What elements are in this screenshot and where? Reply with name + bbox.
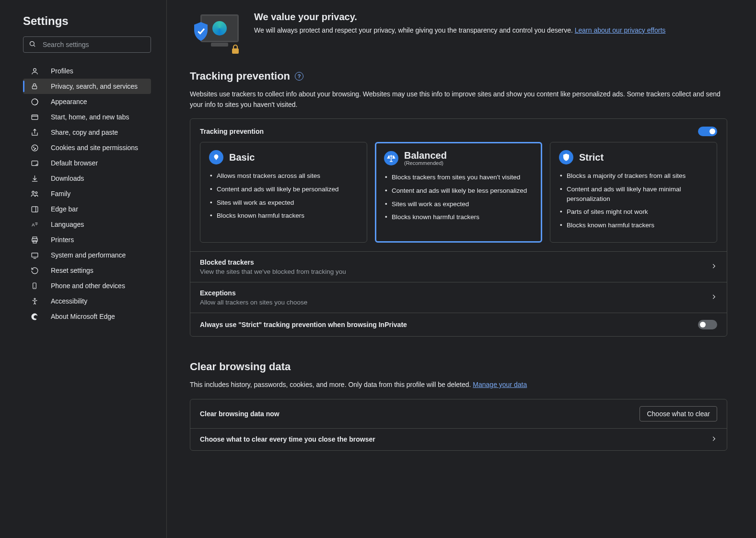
reset-icon — [30, 267, 39, 275]
row-title: Always use "Strict" tracking prevention … — [200, 321, 407, 328]
privacy-hero-graphic — [190, 14, 243, 53]
svg-rect-29 — [232, 48, 239, 54]
tracking-option-basic[interactable]: Basic Allows most trackers across all si… — [200, 142, 367, 243]
edge-icon — [30, 313, 39, 321]
search-input[interactable] — [23, 36, 151, 53]
option-bullet: Content and ads will likely be personali… — [209, 185, 358, 194]
sidebar-item-label: Appearance — [51, 98, 87, 105]
svg-rect-17 — [32, 206, 38, 211]
strict-icon — [559, 150, 573, 164]
svg-point-13 — [36, 164, 37, 165]
option-subtitle: (Recommended) — [404, 160, 447, 166]
sidebar-item-reset[interactable]: Reset settings — [23, 263, 151, 278]
tracking-option-balanced[interactable]: Balanced (Recommended) Blocks trackers f… — [375, 142, 542, 243]
sidebar-item-languages[interactable]: A字 Languages — [23, 217, 151, 232]
exceptions-row[interactable]: Exceptions Allow all trackers on sites y… — [190, 282, 727, 313]
option-bullet: Sites will work as expected — [209, 198, 358, 208]
svg-rect-5 — [32, 115, 38, 119]
sidebar-item-default-browser[interactable]: Default browser — [23, 155, 151, 171]
sidebar-item-about[interactable]: About Microsoft Edge — [23, 309, 151, 324]
sidebar-item-system[interactable]: System and performance — [23, 247, 151, 263]
settings-nav: Profiles Privacy, search, and services A… — [0, 63, 166, 324]
option-bullet: Content and ads will likely have minimal… — [559, 185, 708, 203]
option-bullet: Content and ads will likely be less pers… — [384, 186, 533, 196]
svg-point-8 — [32, 145, 38, 151]
sidebar-item-label: System and performance — [51, 251, 126, 259]
blocked-trackers-row[interactable]: Blocked trackers View the sites that we'… — [190, 251, 727, 282]
sidebar-item-label: Family — [51, 190, 70, 198]
basic-icon — [209, 150, 223, 164]
option-bullet: Blocks known harmful trackers — [209, 211, 358, 221]
tracking-toggle[interactable] — [698, 127, 717, 136]
svg-rect-24 — [32, 253, 38, 257]
sidebar-item-family[interactable]: Family — [23, 186, 151, 201]
sidebar-item-phone[interactable]: Phone and other devices — [23, 278, 151, 293]
sidebar-item-privacy[interactable]: Privacy, search, and services — [23, 79, 151, 94]
row-title: Choose what to clear every time you clos… — [200, 435, 375, 443]
clear-now-row: Clear browsing data now Choose what to c… — [190, 399, 727, 428]
option-title: Basic — [229, 152, 255, 163]
family-icon — [30, 189, 39, 198]
settings-title: Settings — [23, 14, 166, 28]
svg-point-16 — [35, 192, 37, 194]
option-bullet: Blocks a majority of trackers from all s… — [559, 171, 708, 181]
sidebar-item-downloads[interactable]: Downloads — [23, 171, 151, 186]
edge-bar-icon — [30, 205, 39, 213]
sidebar-item-edge-bar[interactable]: Edge bar — [23, 201, 151, 217]
svg-line-1 — [34, 45, 35, 47]
browser-icon — [30, 159, 39, 167]
sidebar-item-label: Share, copy and paste — [51, 129, 118, 136]
sidebar-item-label: Phone and other devices — [51, 282, 125, 290]
strict-inprivate-row: Always use "Strict" tracking prevention … — [190, 313, 727, 336]
strict-inprivate-toggle[interactable] — [698, 320, 717, 329]
svg-point-9 — [33, 147, 34, 147]
sidebar-item-printers[interactable]: Printers — [23, 232, 151, 247]
sidebar-item-accessibility[interactable]: Accessibility — [23, 293, 151, 309]
sidebar-item-label: Profiles — [51, 67, 73, 75]
hero-title: We value your privacy. — [254, 12, 665, 23]
appearance-icon — [30, 98, 39, 106]
manage-data-link[interactable]: Manage your data — [473, 381, 527, 388]
help-icon[interactable]: ? — [295, 72, 303, 81]
row-subtitle: Allow all trackers on sites you choose — [200, 299, 710, 306]
chevron-right-icon — [710, 263, 717, 271]
clear-desc: This includes history, passwords, cookie… — [190, 380, 727, 390]
option-bullet: Allows most trackers across all sites — [209, 171, 358, 181]
profile-icon — [30, 67, 39, 75]
sidebar-item-appearance[interactable]: Appearance — [23, 94, 151, 109]
clear-browsing-title: Clear browsing data — [190, 361, 727, 373]
clear-on-close-row[interactable]: Choose what to clear every time you clos… — [190, 428, 727, 450]
share-icon — [30, 129, 39, 137]
sidebar-item-label: Printers — [51, 236, 74, 244]
printer-icon — [30, 236, 39, 244]
row-title: Clear browsing data now — [200, 410, 279, 418]
sidebar-item-label: Cookies and site permissions — [51, 144, 138, 152]
sidebar-item-cookies[interactable]: Cookies and site permissions — [23, 140, 151, 155]
row-title: Exceptions — [200, 289, 710, 297]
lock-icon — [30, 82, 39, 90]
svg-point-11 — [34, 149, 35, 149]
tracking-prevention-title: Tracking prevention ? — [190, 70, 727, 82]
sidebar-item-share[interactable]: Share, copy and paste — [23, 125, 151, 140]
sidebar-item-profiles[interactable]: Profiles — [23, 63, 151, 79]
accessibility-icon — [30, 297, 39, 305]
option-title: Strict — [579, 152, 604, 163]
svg-point-28 — [34, 298, 35, 300]
settings-sidebar: Settings Profiles Privacy, search, and s… — [0, 0, 167, 538]
svg-rect-23 — [33, 240, 36, 243]
option-bullet: Blocks trackers from sites you haven't v… — [384, 173, 533, 182]
privacy-efforts-link[interactable]: Learn about our privacy efforts — [575, 26, 666, 34]
choose-what-to-clear-button[interactable]: Choose what to clear — [640, 406, 717, 421]
row-subtitle: View the sites that we've blocked from t… — [200, 268, 710, 275]
option-title: Balanced — [404, 150, 447, 161]
privacy-hero: We value your privacy. We will always pr… — [190, 12, 727, 53]
chevron-right-icon — [710, 293, 717, 302]
sidebar-item-label: Privacy, search, and services — [51, 82, 138, 90]
option-bullet: Parts of sites might not work — [559, 207, 708, 217]
tabs-icon — [30, 113, 39, 121]
clear-card: Clear browsing data now Choose what to c… — [190, 399, 727, 451]
sidebar-item-label: Reset settings — [51, 267, 93, 274]
tracking-option-strict[interactable]: Strict Blocks a majority of trackers fro… — [550, 142, 717, 243]
sidebar-item-start[interactable]: Start, home, and new tabs — [23, 109, 151, 125]
download-icon — [30, 175, 39, 183]
